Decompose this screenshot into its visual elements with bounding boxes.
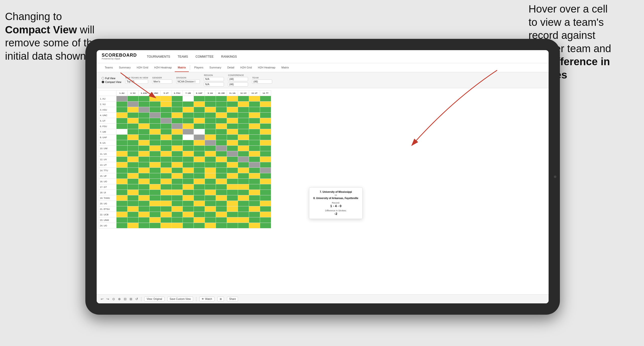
matrix-cell[interactable] — [238, 102, 249, 107]
matrix-cell[interactable] — [227, 223, 238, 228]
matrix-cell[interactable] — [150, 162, 161, 168]
tool2-icon[interactable]: ⊕ — [118, 297, 121, 301]
matrix-cell[interactable] — [216, 124, 227, 129]
matrix-cell[interactable] — [249, 107, 260, 113]
matrix-cell[interactable] — [238, 151, 249, 157]
matrix-cell[interactable] — [172, 206, 183, 212]
matrix-cell[interactable] — [249, 162, 260, 168]
matrix-cell[interactable] — [227, 162, 238, 168]
sub-nav-detail[interactable]: Detail — [224, 63, 237, 72]
nav-committee[interactable]: COMMITTEE — [196, 55, 214, 58]
matrix-cell[interactable] — [260, 118, 271, 124]
matrix-cell[interactable] — [172, 190, 183, 195]
matrix-cell[interactable] — [172, 102, 183, 107]
matrix-cell[interactable] — [172, 162, 183, 168]
matrix-cell[interactable] — [194, 223, 205, 228]
sub-nav-h2h-heatmap-right[interactable]: H2H Heatmap — [255, 63, 278, 72]
matrix-cell[interactable] — [260, 107, 271, 113]
matrix-cell[interactable] — [205, 217, 216, 223]
matrix-cell[interactable] — [116, 124, 128, 129]
matrix-cell[interactable] — [238, 107, 249, 113]
grid-btn[interactable]: ⊞ — [217, 297, 224, 301]
matrix-cell[interactable] — [194, 168, 205, 173]
matrix-cell[interactable] — [161, 162, 172, 168]
matrix-cell[interactable] — [238, 113, 249, 118]
matrix-cell[interactable] — [161, 201, 172, 206]
matrix-cell[interactable] — [128, 135, 139, 140]
matrix-cell[interactable] — [150, 157, 161, 162]
matrix-cell[interactable] — [161, 96, 172, 102]
matrix-cell[interactable] — [205, 129, 216, 135]
matrix-cell[interactable] — [194, 157, 205, 162]
matrix-cell[interactable] — [161, 140, 172, 146]
nav-rankings[interactable]: RANKINGS — [221, 55, 237, 58]
matrix-cell[interactable] — [249, 135, 260, 140]
matrix-cell[interactable] — [183, 129, 194, 135]
matrix-cell[interactable] — [238, 124, 249, 129]
region-select2[interactable]: N/A — [204, 82, 224, 86]
matrix-cell[interactable] — [238, 195, 249, 201]
matrix-cell[interactable] — [183, 223, 194, 228]
matrix-cell[interactable] — [238, 118, 249, 124]
matrix-cell[interactable] — [216, 96, 227, 102]
matrix-cell[interactable] — [183, 195, 194, 201]
matrix-cell[interactable] — [238, 135, 249, 140]
matrix-cell[interactable] — [161, 135, 172, 140]
matrix-cell[interactable] — [249, 201, 260, 206]
matrix-cell[interactable] — [139, 146, 150, 151]
matrix-cell[interactable] — [249, 195, 260, 201]
matrix-cell[interactable] — [161, 102, 172, 107]
matrix-cell[interactable] — [128, 129, 139, 135]
matrix-cell[interactable] — [183, 135, 194, 140]
matrix-cell[interactable] — [249, 206, 260, 212]
nav-tournaments[interactable]: TOURNAMENTS — [147, 55, 170, 58]
matrix-cell[interactable] — [139, 190, 150, 195]
matrix-cell[interactable] — [227, 140, 238, 146]
matrix-cell[interactable] — [150, 102, 161, 107]
matrix-cell[interactable] — [183, 168, 194, 173]
matrix-cell[interactable] — [227, 195, 238, 201]
matrix-cell[interactable] — [216, 201, 227, 206]
matrix-cell[interactable] — [260, 113, 271, 118]
matrix-cell[interactable] — [249, 157, 260, 162]
matrix-cell[interactable] — [128, 124, 139, 129]
matrix-cell[interactable] — [227, 113, 238, 118]
watch-btn[interactable]: 👁 Watch — [199, 297, 214, 301]
matrix-cell[interactable] — [238, 179, 249, 184]
matrix-cell[interactable] — [260, 162, 271, 168]
matrix-cell[interactable] — [116, 140, 128, 146]
matrix-cell[interactable] — [227, 146, 238, 151]
matrix-cell[interactable] — [150, 151, 161, 157]
nav-teams[interactable]: TEAMS — [178, 55, 188, 58]
matrix-cell[interactable] — [205, 140, 216, 146]
matrix-cell[interactable] — [172, 195, 183, 201]
matrix-cell[interactable] — [183, 190, 194, 195]
matrix-cell[interactable] — [194, 195, 205, 201]
matrix-cell[interactable] — [128, 107, 139, 113]
matrix-cell[interactable] — [139, 184, 150, 190]
matrix-cell[interactable] — [116, 195, 128, 201]
sub-nav-players[interactable]: Players — [191, 63, 206, 72]
matrix-cell[interactable] — [161, 190, 172, 195]
compact-view-radio[interactable] — [102, 81, 104, 83]
region-select[interactable]: N/A — [204, 77, 224, 81]
matrix-cell[interactable] — [161, 217, 172, 223]
matrix-cell[interactable] — [260, 129, 271, 135]
matrix-cell[interactable] — [161, 157, 172, 162]
matrix-cell[interactable] — [227, 206, 238, 212]
matrix-cell[interactable] — [227, 168, 238, 173]
tool1-icon[interactable]: ⊙ — [112, 297, 115, 301]
matrix-cell[interactable] — [194, 201, 205, 206]
matrix-cell[interactable] — [216, 151, 227, 157]
matrix-cell[interactable] — [139, 162, 150, 168]
matrix-cell[interactable] — [150, 129, 161, 135]
matrix-cell[interactable] — [128, 102, 139, 107]
matrix-cell[interactable] — [194, 135, 205, 140]
tool3-icon[interactable]: ⊟ — [124, 297, 127, 301]
matrix-cell[interactable] — [183, 212, 194, 217]
matrix-cell[interactable] — [150, 146, 161, 151]
matrix-cell[interactable] — [227, 124, 238, 129]
matrix-cell[interactable] — [194, 140, 205, 146]
matrix-cell[interactable] — [216, 118, 227, 124]
matrix-cell[interactable] — [216, 168, 227, 173]
